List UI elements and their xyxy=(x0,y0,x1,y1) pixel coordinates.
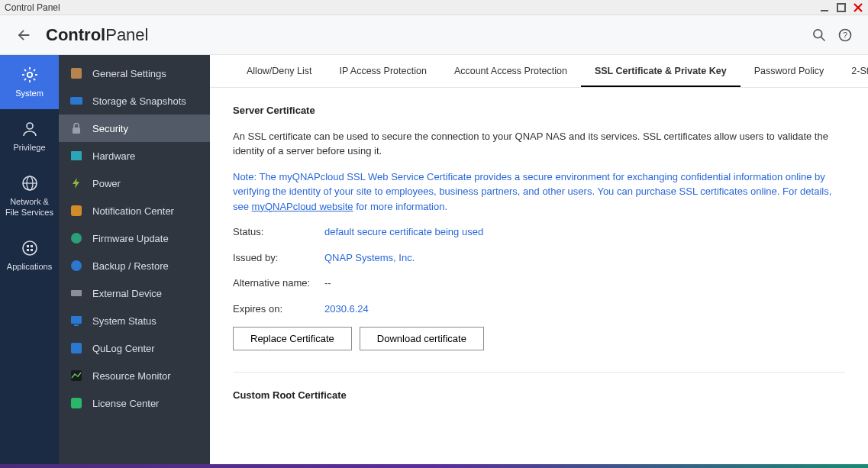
globe-icon xyxy=(21,174,39,192)
svg-rect-26 xyxy=(71,68,82,79)
back-button[interactable] xyxy=(15,27,32,44)
catnav-item-privilege[interactable]: Privilege xyxy=(0,109,59,163)
window-title: Control Panel xyxy=(5,2,60,13)
help-button[interactable]: ? xyxy=(837,27,853,43)
secnav-item-power[interactable]: Power xyxy=(59,169,210,197)
svg-rect-38 xyxy=(71,398,82,408)
user-icon xyxy=(21,120,39,138)
secnav-label: External Device xyxy=(92,288,162,299)
svg-text:?: ? xyxy=(843,31,847,40)
status-row: Status: default secure certificate being… xyxy=(233,224,845,240)
secnav-item-external[interactable]: External Device xyxy=(59,279,210,307)
footer-strip xyxy=(0,464,868,468)
update-icon xyxy=(69,231,83,245)
main-panel: Allow/Deny List IP Access Protection Acc… xyxy=(210,55,868,464)
svg-point-21 xyxy=(23,241,37,255)
svg-line-5 xyxy=(821,37,825,40)
catnav-item-applications[interactable]: Applications xyxy=(0,228,59,282)
svg-rect-25 xyxy=(31,249,33,251)
bell-icon xyxy=(69,204,83,218)
catnav-label: Applications xyxy=(7,262,52,272)
note-text: Note: The myQNAPcloud SSL Web Service Ce… xyxy=(233,169,845,215)
secnav-label: Resource Monitor xyxy=(92,370,171,382)
license-icon xyxy=(69,396,83,410)
svg-line-14 xyxy=(34,79,35,80)
expires-label: Expires on: xyxy=(233,302,324,317)
section-title-server-cert: Server Certificate xyxy=(233,103,845,118)
tab-content: Server Certificate An SSL certificate ca… xyxy=(210,88,868,429)
device-icon xyxy=(69,286,83,300)
storage-icon xyxy=(69,94,83,108)
catnav-label: Privilege xyxy=(13,143,45,153)
svg-point-17 xyxy=(27,123,33,129)
svg-rect-36 xyxy=(71,343,82,353)
lock-icon xyxy=(69,121,83,135)
secnav-label: QuLog Center xyxy=(92,343,155,354)
catnav-item-network[interactable]: Network & File Services xyxy=(0,163,59,228)
svg-rect-34 xyxy=(71,316,82,324)
svg-rect-22 xyxy=(27,245,29,247)
minimize-button[interactable] xyxy=(819,2,830,13)
chart-icon xyxy=(69,369,83,382)
tab-ip-access-protection[interactable]: IP Access Protection xyxy=(325,55,440,87)
secnav-label: Security xyxy=(92,123,128,134)
secnav-item-resource[interactable]: Resource Monitor xyxy=(59,362,210,389)
secnav-label: Hardware xyxy=(92,150,135,162)
maximize-button[interactable] xyxy=(836,2,847,13)
svg-line-16 xyxy=(34,69,35,71)
gear-icon xyxy=(21,66,39,84)
tab-account-access-protection[interactable]: Account Access Protection xyxy=(440,55,581,87)
catnav-item-system[interactable]: System xyxy=(0,55,59,109)
secnav-item-hardware[interactable]: Hardware xyxy=(59,142,210,169)
secnav-item-backup[interactable]: Backup / Restore xyxy=(59,252,210,279)
secnav-item-security[interactable]: Security xyxy=(59,115,210,142)
page-title: ControlPanel xyxy=(46,25,148,45)
svg-line-13 xyxy=(24,69,25,71)
status-value: default secure certificate being used xyxy=(324,224,483,240)
section-title-custom-root: Custom Root Certificate xyxy=(233,388,845,403)
myqnapcloud-link[interactable]: myQNAPcloud website xyxy=(252,201,353,212)
svg-point-4 xyxy=(814,29,822,37)
hardware-icon xyxy=(69,149,83,163)
download-certificate-button[interactable]: Download certificate xyxy=(360,327,484,350)
issued-label: Issued by: xyxy=(233,250,324,266)
secnav-item-status[interactable]: System Status xyxy=(59,307,210,334)
catnav-label: Network & File Services xyxy=(3,197,56,217)
secnav-item-license[interactable]: License Center xyxy=(59,389,210,417)
window-titlebar: Control Panel xyxy=(0,0,868,15)
secnav-item-firmware[interactable]: Firmware Update xyxy=(59,224,210,252)
svg-rect-23 xyxy=(31,245,33,247)
issued-value: QNAP Systems, Inc. xyxy=(324,250,415,266)
tab-password-policy[interactable]: Password Policy xyxy=(741,55,838,87)
secnav-label: System Status xyxy=(92,315,156,327)
svg-rect-33 xyxy=(71,290,82,296)
app-header: ControlPanel ? xyxy=(0,15,868,55)
window-controls xyxy=(819,2,863,13)
svg-rect-28 xyxy=(73,127,80,134)
secnav-label: License Center xyxy=(92,398,159,409)
secnav-item-general-settings[interactable]: General Settings xyxy=(59,60,210,87)
tab-allow-deny-list[interactable]: Allow/Deny List xyxy=(233,55,325,87)
secnav-item-notification[interactable]: Notification Center xyxy=(59,197,210,224)
power-icon xyxy=(69,176,83,190)
secnav-label: General Settings xyxy=(92,68,166,79)
secnav-label: Firmware Update xyxy=(92,233,169,244)
svg-point-32 xyxy=(71,260,82,271)
tabs: Allow/Deny List IP Access Protection Acc… xyxy=(210,55,868,88)
backup-icon xyxy=(69,259,83,273)
secnav-label: Backup / Restore xyxy=(92,260,169,272)
svg-rect-30 xyxy=(71,205,82,216)
tab-2-step-verification[interactable]: 2-Step Verification xyxy=(837,55,868,87)
tab-ssl-certificate[interactable]: SSL Certificate & Private Key xyxy=(581,55,741,87)
secnav-item-qulog[interactable]: QuLog Center xyxy=(59,334,210,362)
secnav-label: Notification Center xyxy=(92,205,174,217)
altname-row: Alternative name: -- xyxy=(233,276,845,291)
settings-icon xyxy=(69,66,83,80)
altname-value: -- xyxy=(324,276,331,291)
secnav-item-storage[interactable]: Storage & Snapshots xyxy=(59,87,210,115)
search-button[interactable] xyxy=(812,27,827,43)
close-button[interactable] xyxy=(853,2,863,13)
server-cert-description: An SSL certificate can be used to secure… xyxy=(233,129,845,159)
replace-certificate-button[interactable]: Replace Certificate xyxy=(233,327,352,350)
expires-value: 2030.6.24 xyxy=(324,302,369,317)
